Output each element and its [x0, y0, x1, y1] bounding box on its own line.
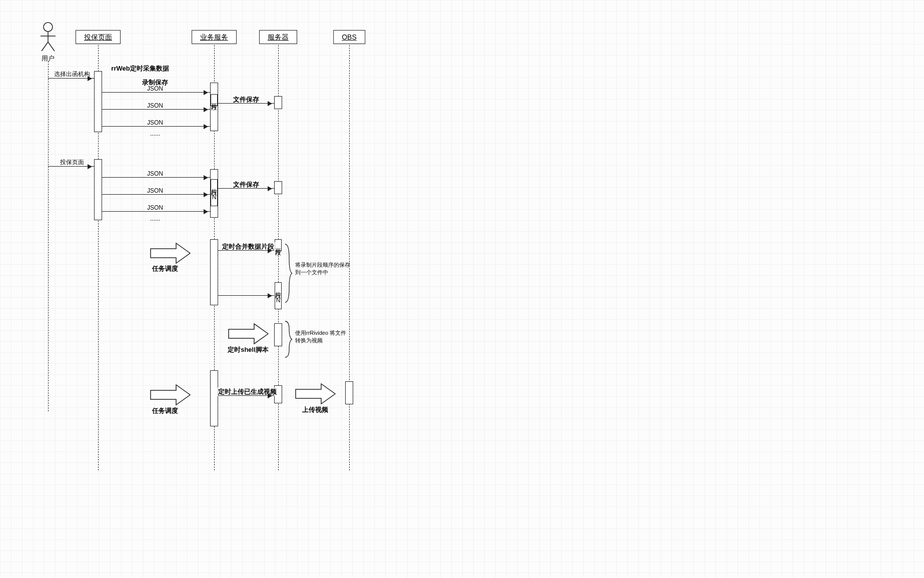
big-arrow-task-2: [150, 384, 191, 407]
vlabel-seg1b: 片段一: [275, 239, 282, 251]
note-video: 使用rrRivideo 将文件转换为视频: [295, 329, 350, 344]
label-json-1a: JSON: [146, 85, 164, 92]
block-arrow-icon: [295, 383, 336, 404]
act-server-1: [274, 96, 282, 109]
lifeline-obs: [349, 45, 350, 470]
arrow-json-1a: [102, 92, 210, 93]
lane-service: 业务服务: [192, 30, 237, 44]
vlabel-seg1: 片段一: [211, 94, 218, 106]
label-task-2: 任务调度: [151, 406, 179, 415]
act-service-5: [210, 370, 218, 426]
arrow-json-2c: [102, 211, 210, 212]
arrow-file-save-1: [218, 103, 274, 104]
act-service-1: [210, 83, 218, 131]
lane-obs: OBS: [333, 30, 365, 44]
label-json-2a: JSON: [146, 170, 164, 177]
block-arrow-icon: [150, 243, 191, 264]
arrow-merge-1: [218, 250, 274, 251]
big-arrow-shell: [228, 323, 269, 346]
act-server-4: [274, 323, 282, 346]
block-arrow-icon: [228, 323, 269, 344]
dots-2: ......: [150, 215, 160, 222]
brace-merge: [284, 243, 292, 303]
act-page-2: [94, 159, 102, 220]
arrow-select-org: [48, 78, 94, 79]
label-rrweb: rrWeb定时采集数据: [110, 64, 170, 73]
sequence-diagram: 用户 投保页面 业务服务 服务器 OBS rrWeb定时采集数据 选择出函机构 …: [0, 0, 924, 578]
label-upload-video: 上传视频: [301, 405, 329, 414]
vlabel-segNb: 片段 N: [275, 282, 282, 309]
arrow-file-save-2: [218, 188, 274, 189]
big-arrow-upload: [295, 383, 336, 406]
arrow-json-1b: [102, 109, 210, 110]
lane-server: 服务器: [259, 30, 297, 44]
arrow-json-2a: [102, 177, 210, 178]
arrow-json-2b: [102, 194, 210, 195]
lane-page: 投保页面: [76, 30, 121, 44]
svg-line-4: [48, 42, 55, 51]
big-arrow-task-1: [150, 243, 191, 266]
block-arrow-icon: [150, 384, 191, 405]
lifeline-user: [48, 61, 49, 411]
label-json-2b: JSON: [146, 187, 164, 194]
vlabel-segN: 片段 N: [211, 179, 218, 206]
label-insure-page: 投保页面: [59, 158, 85, 167]
actor-user: 用户: [40, 22, 57, 63]
act-server-2: [274, 181, 282, 194]
brace-video: [284, 320, 292, 358]
act-service-3: [210, 239, 218, 305]
label-shell: 定时shell脚本: [227, 345, 270, 354]
svg-point-0: [44, 23, 53, 32]
arrow-json-1c: [102, 126, 210, 127]
note-merge: 将录制片段顺序的保存到一个文件中: [295, 261, 350, 276]
arrow-upload-gen: [218, 395, 274, 396]
arrow-insure-page: [48, 166, 94, 167]
label-json-1c: JSON: [146, 119, 164, 126]
label-task-1: 任务调度: [151, 264, 179, 273]
act-obs-5: [345, 381, 353, 404]
act-page-1: [94, 71, 102, 132]
person-icon: [40, 22, 57, 52]
label-json-1b: JSON: [146, 102, 164, 109]
label-select-org: 选择出函机构: [53, 70, 91, 79]
arrow-merge-2: [218, 295, 274, 296]
svg-line-3: [42, 42, 48, 51]
label-json-2c: JSON: [146, 204, 164, 211]
dots-1: ......: [150, 130, 160, 137]
